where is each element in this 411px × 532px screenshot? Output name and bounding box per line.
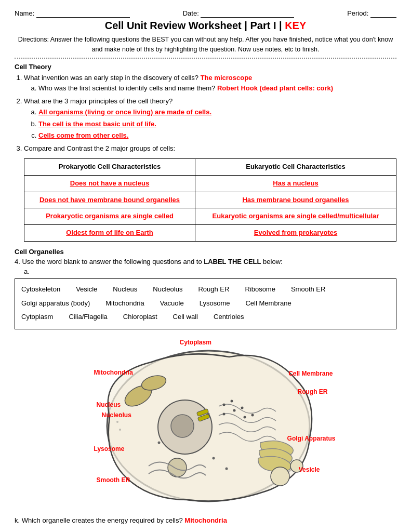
word-bank-item: Mitochondria (105, 297, 144, 310)
svg-point-6 (230, 400, 233, 403)
question-2b: The cell is the most basic unit of life. (38, 119, 396, 130)
label-rough-er: Rough ER (298, 388, 328, 395)
svg-point-8 (251, 414, 254, 417)
word-bank-item: Rough ER (198, 283, 229, 296)
word-bank-item: Cell Membrane (245, 297, 291, 310)
question-1: What invention was an early step in the … (24, 73, 396, 95)
label-smooth-er: Smooth ER (97, 476, 130, 484)
label-golgi: Golgi Apparatus (287, 435, 336, 442)
name-label: Name: (15, 9, 130, 18)
svg-point-21 (157, 442, 160, 444)
svg-point-11 (243, 416, 246, 419)
svg-point-2 (171, 415, 194, 437)
svg-point-5 (222, 404, 225, 406)
word-row-3: CytoplasmCilia/FlagellaChloroplastCell w… (21, 311, 390, 324)
question-1-sub: Who was the first scientist to identify … (24, 83, 396, 94)
label-mitochondria: Mitochondria (94, 369, 133, 376)
divider (15, 58, 396, 59)
directions-text: Directions: Answer the following questio… (15, 35, 396, 55)
header: Name: Date: Period: (15, 9, 396, 18)
label-cytoplasm: Cytoplasm (180, 339, 211, 346)
word-bank: CytoskeletonVesicleNucleusNucleolusRough… (15, 278, 396, 329)
table-col2-header: Eukaryotic Cell Characteristics (195, 159, 396, 176)
word-bank-item: Golgi apparatus (body) (21, 297, 90, 310)
word-bank-item: Nucleolus (153, 283, 182, 296)
golgi (258, 441, 293, 472)
table-cell: Eukaryotic organisms are single celled/m… (195, 208, 396, 225)
question-2a: All organisms (living or once living) ar… (38, 107, 396, 118)
label-lysosome: Lysosome (94, 445, 125, 453)
period-label: Period: (347, 9, 396, 18)
table-cell: Does not have membrane bound organelles (24, 192, 195, 208)
table-cell: Has membrane bound organelles (195, 192, 396, 208)
table-col1-header: Prokaryotic Cell Characteristics (24, 159, 195, 176)
word-bank-item: Lysosome (200, 297, 230, 310)
word-bank-item: Cytoplasm (21, 311, 53, 324)
label-nucleolus: Nucleolus (102, 411, 131, 419)
period-field (370, 9, 396, 18)
question-4-a-label: a. (24, 268, 396, 275)
word-row-1: CytoskeletonVesicleNucleusNucleolusRough… (21, 283, 390, 296)
cell-organelles-title: Cell Organelles (15, 248, 396, 256)
word-row-2: Golgi apparatus (body)MitochondriaVacuol… (21, 297, 390, 310)
cell-theory-title: Cell Theory (15, 63, 396, 71)
footer-question: k. Which organelle creates the energy re… (15, 515, 396, 526)
word-bank-item: Centrioles (214, 311, 244, 324)
question-4: 4. Use the word blank to answer the foll… (15, 258, 396, 265)
table-cell: Evolved from prokaryotes (195, 225, 396, 242)
label-nucleus: Nucleus (97, 401, 121, 408)
word-bank-item: Smooth ER (291, 283, 325, 296)
word-bank-item: Cilia/Flagella (69, 311, 107, 324)
table-cell: Does not have a nucleus (24, 175, 195, 192)
cell-diagram: Cytoplasm Mitochondria Cell Membrane Nuc… (68, 334, 343, 510)
word-bank-item: Cytoskeleton (21, 283, 60, 296)
word-bank-item: Nucleus (113, 283, 137, 296)
question-2-sub: All organisms (living or once living) ar… (24, 107, 396, 141)
svg-point-10 (233, 409, 235, 412)
svg-point-17 (119, 429, 121, 431)
svg-point-14 (168, 458, 187, 477)
word-bank-item: Vesicle (76, 283, 97, 296)
word-bank-item: Chloroplast (123, 311, 157, 324)
page-title: Cell Unit Review Worksheet | Part I | KE… (15, 20, 396, 32)
svg-point-20 (225, 468, 228, 470)
cell-svg (68, 334, 343, 510)
svg-point-9 (222, 413, 225, 416)
questions-list: What invention was an early step in the … (15, 73, 396, 242)
question-1a: Who was the first scientist to identify … (38, 83, 396, 94)
label-vesicle: Vesicle (299, 466, 320, 473)
word-bank-item: Vacuole (160, 297, 184, 310)
name-field (36, 9, 130, 18)
svg-point-19 (212, 457, 215, 460)
table-cell: Prokaryotic organisms are single celled (24, 208, 195, 225)
word-bank-item: Ribosome (245, 283, 275, 296)
question-2c: Cells come from other cells. (38, 130, 396, 141)
svg-point-12 (271, 467, 289, 486)
date-field (201, 9, 294, 18)
word-bank-item: Cell wall (173, 311, 198, 324)
svg-point-7 (241, 407, 243, 409)
compare-table-body: Does not have a nucleusHas a nucleusDoes… (24, 175, 396, 241)
date-label: Date: (183, 9, 295, 18)
table-cell: Has a nucleus (195, 175, 396, 192)
question-3: Compare and Contrast the 2 major groups … (24, 143, 396, 242)
table-cell: Oldest form of life on Earth (24, 225, 195, 242)
label-cell-membrane: Cell Membrane (288, 370, 333, 377)
question-2: What are the 3 major principles of the c… (24, 96, 396, 141)
compare-table: Prokaryotic Cell Characteristics Eukaryo… (24, 158, 396, 242)
svg-point-16 (116, 421, 118, 423)
